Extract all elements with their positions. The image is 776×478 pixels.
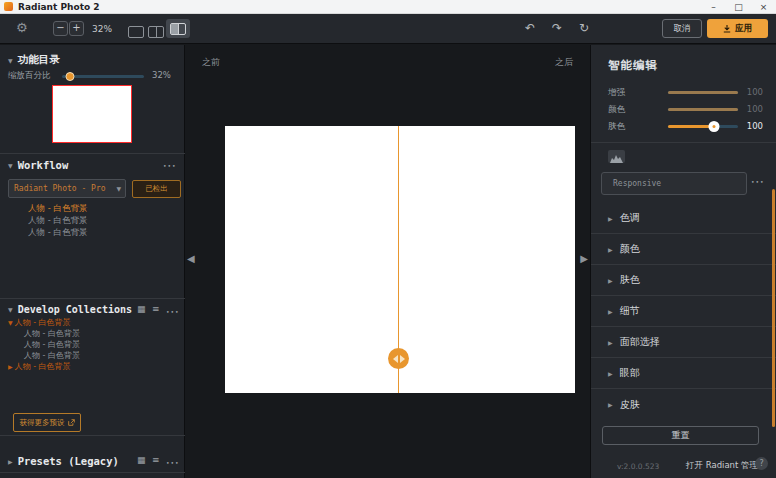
develop-collections-title: Develop Collections — [18, 304, 132, 315]
section-label: 细节 — [620, 304, 640, 318]
split-left-arrow-icon — [393, 355, 398, 363]
section-color[interactable]: ▶ 颜色 — [591, 234, 776, 265]
apply-button[interactable]: 应用 — [707, 19, 768, 38]
collapse-open-icon: ▼ — [8, 57, 13, 64]
checkout-button[interactable]: 已检出 — [132, 180, 181, 198]
workflow-item[interactable]: 人物 - 白色背景 — [28, 203, 87, 215]
close-button[interactable]: × — [751, 0, 776, 13]
divider — [0, 298, 185, 299]
collapse-left-panel-icon[interactable]: ◀ — [187, 253, 195, 264]
export-download-icon — [723, 25, 731, 33]
section-face-selection[interactable]: ▶ 面部选择 — [591, 327, 776, 358]
grid-view-icon[interactable]: ▦ — [137, 304, 146, 314]
workflow-item[interactable]: 人物 - 白色背景 — [28, 215, 87, 227]
view-split-button[interactable] — [148, 23, 164, 42]
app-logo-icon — [4, 2, 13, 11]
undo-icon[interactable]: ↶ — [525, 21, 535, 35]
cancel-button[interactable]: 取消 — [662, 19, 702, 38]
window-controls: – □ × — [701, 0, 776, 13]
zoom-out-button[interactable]: − — [53, 21, 68, 36]
collapse-closed-icon: ▶ — [608, 339, 613, 346]
collection-tree-item[interactable]: 人物 - 白色背景 — [24, 339, 80, 350]
divider — [0, 435, 185, 436]
panel-scrollbar[interactable] — [772, 189, 775, 427]
navigator-thumbnail[interactable] — [52, 85, 132, 143]
after-label: 之后 — [555, 56, 573, 69]
workflow-section-header[interactable]: ▼ Workflow — [8, 159, 68, 171]
list-view-icon[interactable]: ≡ — [152, 455, 160, 465]
workflow-title: Workflow — [18, 159, 69, 171]
version-label: v:2.0.0.523 — [617, 462, 659, 471]
view-single-button[interactable] — [128, 23, 144, 42]
chevron-down-icon: ▼ — [116, 185, 121, 192]
preset-select-field[interactable]: Responsive — [601, 172, 747, 195]
preset-menu-icon[interactable]: ••• — [751, 178, 765, 185]
workflow-menu-icon[interactable]: ••• — [163, 162, 177, 169]
section-label: 皮肤 — [620, 398, 640, 412]
single-view-icon — [128, 26, 144, 38]
left-panel: ▼ 功能目录 缩放百分比 32% ▼ Workflow ••• Radiant … — [0, 45, 185, 478]
color-slider-fill — [668, 108, 738, 111]
list-view-icon[interactable]: ≡ — [152, 304, 160, 314]
zoom-slider[interactable] — [62, 75, 144, 78]
get-more-presets-button[interactable]: 获得更多预设 — [13, 413, 81, 432]
slider-label-color: 颜色 — [608, 104, 625, 116]
reset-button[interactable]: 重置 — [602, 426, 759, 445]
zoom-in-button[interactable]: + — [69, 21, 84, 36]
split-drag-handle[interactable] — [388, 348, 409, 369]
section-skin[interactable]: ▶ 皮肤 — [591, 389, 776, 420]
help-icon[interactable]: ? — [755, 457, 768, 470]
minimize-button[interactable]: – — [701, 0, 726, 13]
apply-button-label: 应用 — [735, 23, 752, 35]
tree-item-label: 人物 - 白色背景 — [24, 339, 80, 350]
collection-tree-item[interactable]: ▼ 人物 - 白色背景 — [8, 317, 71, 328]
skin-tone-slider-value: 100 — [737, 121, 763, 131]
adjustment-sections: ▶ 色调 ▶ 颜色 ▶ 肤色 ▶ 细节 ▶ 面部选择 ▶ 眼部 — [591, 203, 776, 420]
histogram-icon[interactable] — [608, 150, 625, 163]
section-tone[interactable]: ▶ 色调 — [591, 203, 776, 234]
enhance-slider-value: 100 — [737, 87, 763, 97]
slider-label-skin-tone: 肤色 — [608, 121, 625, 133]
collapse-right-panel-icon[interactable]: ▶ — [580, 253, 588, 264]
tree-closed-icon: ▶ — [8, 363, 13, 370]
collapse-closed-icon: ▶ — [608, 370, 613, 377]
tree-open-icon: ▼ — [8, 319, 13, 326]
enhance-slider[interactable] — [668, 91, 738, 94]
skin-tone-slider-fill — [668, 125, 714, 128]
presets-legacy-menu-icon[interactable]: ••• — [166, 459, 180, 466]
collection-tree-item[interactable]: 人物 - 白色背景 — [24, 328, 80, 339]
enhance-slider-fill — [668, 91, 738, 94]
collection-tree-item[interactable]: ▶ 人物 - 白色背景 — [8, 361, 71, 372]
catalog-section-header[interactable]: ▼ 功能目录 — [8, 53, 60, 67]
settings-gear-icon[interactable]: ⚙ — [16, 20, 28, 35]
section-label: 面部选择 — [620, 335, 660, 349]
section-eyes[interactable]: ▶ 眼部 — [591, 358, 776, 389]
external-link-icon — [68, 419, 75, 426]
open-radiant-manager-link[interactable]: 打开 Radiant 管理 — [686, 460, 758, 472]
skin-tone-slider-thumb[interactable] — [708, 121, 719, 132]
grid-view-icon[interactable]: ▦ — [137, 455, 146, 465]
workflow-item[interactable]: 人物 - 白色背景 — [28, 227, 87, 239]
canvas-area: 之前 之后 ◀ ▶ — [186, 45, 589, 478]
develop-collections-menu-icon[interactable]: ••• — [166, 308, 180, 315]
section-detail[interactable]: ▶ 细节 — [591, 296, 776, 327]
workflow-preset-dropdown[interactable]: Radiant Photo - Pro ▼ — [8, 179, 126, 198]
image-canvas[interactable] — [225, 126, 575, 393]
zoom-slider-thumb[interactable] — [66, 72, 75, 81]
color-slider[interactable] — [668, 108, 738, 111]
presets-legacy-header[interactable]: ▶ Presets (Legacy) — [8, 455, 119, 467]
smart-edit-panel: 智能编辑 增强 100 颜色 100 肤色 100 Responsive •••… — [590, 45, 776, 478]
skin-tone-slider[interactable] — [668, 125, 738, 128]
catalog-title: 功能目录 — [18, 53, 60, 67]
collection-tree-item[interactable]: 人物 - 白色背景 — [24, 350, 80, 361]
titlebar: Radiant Photo 2 – □ × — [0, 0, 776, 14]
view-sidebyside-button[interactable] — [166, 19, 190, 38]
develop-collections-header[interactable]: ▼ Develop Collections — [8, 304, 132, 315]
divider — [591, 142, 776, 143]
redo-icon[interactable]: ↷ — [552, 21, 562, 35]
presets-legacy-title: Presets (Legacy) — [18, 455, 119, 467]
collapse-open-icon: ▼ — [8, 306, 13, 313]
reset-history-icon[interactable]: ↻ — [579, 21, 589, 35]
maximize-button[interactable]: □ — [726, 0, 751, 13]
section-skin-tone[interactable]: ▶ 肤色 — [591, 265, 776, 296]
